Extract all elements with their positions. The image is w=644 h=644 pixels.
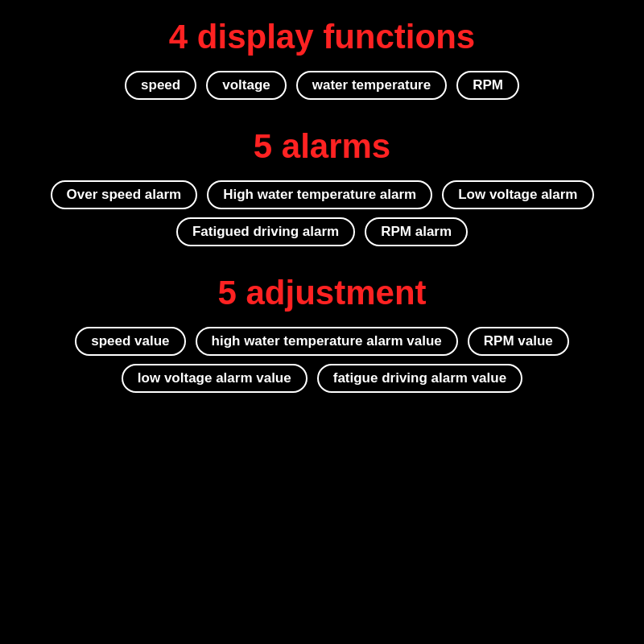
badge-rpm-value: RPM value: [468, 327, 569, 356]
alarms-title: 5 alarms: [254, 127, 390, 166]
badge-fatigued-driving-alarm: Fatigued driving alarm: [176, 217, 355, 246]
adjustment-badges-row-1: speed value high water temperature alarm…: [75, 327, 569, 356]
badge-high-water-temp-alarm-value: high water temperature alarm value: [196, 327, 458, 356]
badge-speed-value: speed value: [75, 327, 185, 356]
adjustment-title: 5 adjustment: [217, 274, 426, 312]
alarms-badges-row-1: Over speed alarm High water temperature …: [51, 180, 594, 209]
display-title: 4 display functions: [169, 18, 475, 56]
adjustment-badges-row-2: low voltage alarm value fatigue driving …: [122, 364, 522, 393]
badge-low-voltage-alarm-value: low voltage alarm value: [122, 364, 308, 393]
badge-speed: speed: [125, 71, 196, 100]
badge-high-water-temp-alarm: High water temperature alarm: [207, 180, 432, 209]
alarms-badges-row-2: Fatigued driving alarm RPM alarm: [176, 217, 468, 246]
display-section: 4 display functions speed voltage water …: [0, 0, 644, 116]
badge-fatigue-driving-alarm-value: fatigue driving alarm value: [317, 364, 522, 393]
badge-rpm: RPM: [456, 71, 519, 100]
badge-rpm-alarm: RPM alarm: [365, 217, 468, 246]
display-badges-row: speed voltage water temperature RPM: [125, 71, 519, 100]
badge-voltage: voltage: [206, 71, 287, 100]
badge-low-voltage-alarm: Low voltage alarm: [442, 180, 593, 209]
badge-water-temperature: water temperature: [296, 71, 447, 100]
alarms-section: 5 alarms Over speed alarm High water tem…: [0, 116, 644, 262]
adjustment-section: 5 adjustment speed value high water temp…: [0, 262, 644, 409]
badge-over-speed-alarm: Over speed alarm: [51, 180, 198, 209]
